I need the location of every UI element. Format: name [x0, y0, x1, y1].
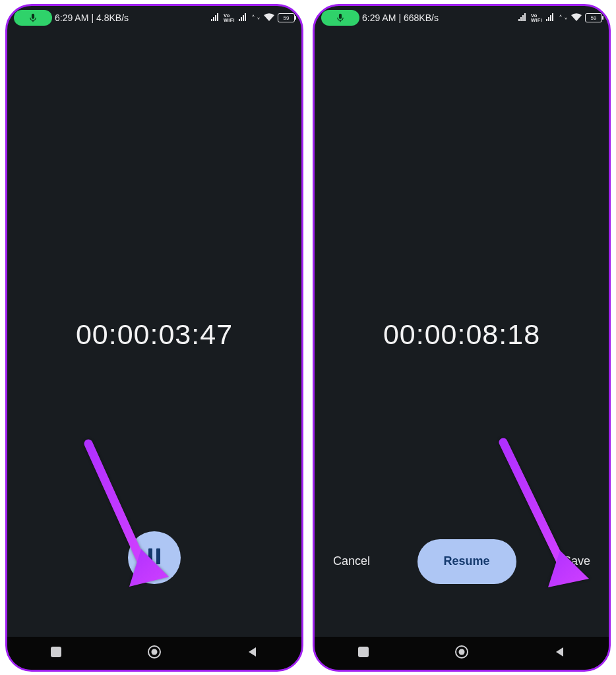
data-icon: [559, 13, 568, 23]
wifi-icon: [264, 13, 274, 23]
android-nav-bar: [315, 637, 609, 670]
status-time: 6:29 AM: [55, 13, 88, 23]
mic-recording-indicator[interactable]: [14, 10, 52, 26]
recorder-timer: 00:00:08:18: [315, 318, 609, 351]
nav-back-button[interactable]: [554, 646, 566, 660]
nav-home-button[interactable]: [454, 645, 469, 662]
status-netspeed: 4.8KB/s: [96, 13, 129, 23]
save-button[interactable]: Save: [561, 550, 593, 572]
resume-button[interactable]: Resume: [417, 539, 516, 584]
vowifi-icon: VoWiFi: [224, 13, 235, 22]
status-bar: 6:29 AM | 668KB/s VoWiFi 59: [315, 6, 609, 28]
status-bar: 6:29 AM | 4.8KB/s VoWiFi 59: [7, 6, 301, 28]
status-sep: |: [91, 13, 94, 23]
battery-icon: 59: [278, 13, 295, 22]
nav-home-button[interactable]: [147, 645, 162, 662]
nav-recent-button[interactable]: [357, 646, 369, 660]
svg-rect-1: [156, 548, 160, 564]
cancel-button[interactable]: Cancel: [330, 550, 373, 572]
signal2-icon: [545, 13, 555, 23]
data-icon: [251, 13, 261, 23]
android-nav-bar: [7, 637, 301, 670]
phone-screen-left: 6:29 AM | 4.8KB/s VoWiFi 59 00:00:03:47: [5, 4, 303, 672]
svg-rect-4: [51, 647, 61, 657]
svg-point-6: [151, 649, 157, 655]
svg-rect-0: [148, 548, 152, 564]
pause-button[interactable]: [128, 531, 181, 584]
svg-rect-9: [358, 647, 369, 657]
status-sep: |: [398, 13, 401, 23]
phone-screen-right: 6:29 AM | 668KB/s VoWiFi 59 00:00:08:18 …: [313, 4, 611, 672]
status-time: 6:29 AM: [362, 13, 396, 23]
mic-recording-indicator[interactable]: [321, 10, 359, 26]
nav-back-button[interactable]: [247, 646, 259, 660]
signal-icon: [210, 13, 220, 23]
svg-point-11: [458, 649, 464, 655]
signal2-icon: [238, 13, 248, 23]
status-netspeed: 668KB/s: [404, 13, 439, 23]
nav-recent-button[interactable]: [50, 646, 62, 660]
wifi-icon: [571, 13, 582, 23]
battery-icon: 59: [585, 13, 602, 22]
recorder-timer: 00:00:03:47: [7, 318, 301, 351]
signal-icon: [518, 13, 528, 23]
vowifi-icon: VoWiFi: [531, 13, 542, 22]
pause-icon: [147, 548, 162, 567]
